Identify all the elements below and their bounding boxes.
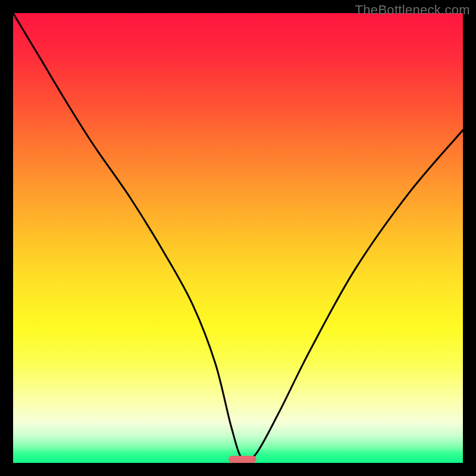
bottleneck-curve bbox=[13, 13, 463, 463]
curve-path bbox=[13, 13, 463, 462]
watermark-text: TheBottleneck.com bbox=[355, 2, 470, 18]
chart-frame: TheBottleneck.com bbox=[0, 0, 476, 476]
optimal-point-marker bbox=[228, 456, 256, 463]
plot-area bbox=[13, 13, 463, 463]
